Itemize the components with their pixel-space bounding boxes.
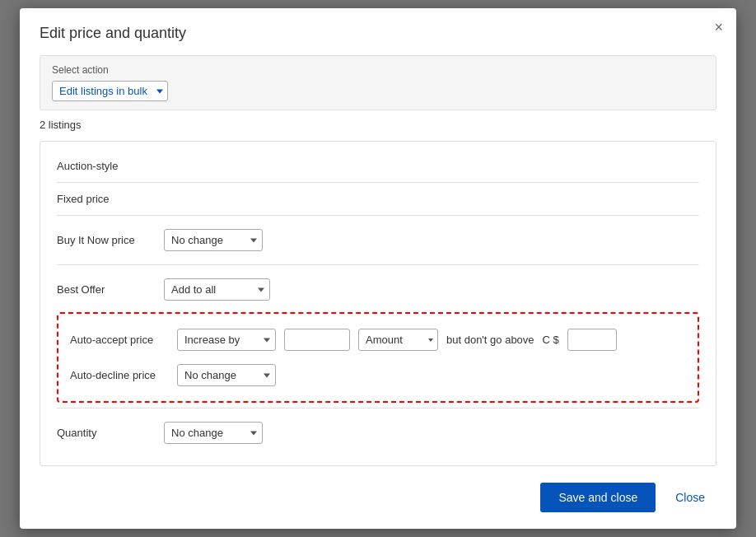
close-button[interactable]: Close — [664, 483, 716, 512]
currency-label: C $ — [543, 334, 559, 346]
quantity-select-wrapper: No change Increase by Decrease by Change… — [164, 422, 263, 444]
auto-decline-select[interactable]: No change Increase by Decrease by Change… — [177, 364, 276, 386]
auto-decline-select-wrapper: No change Increase by Decrease by Change… — [177, 364, 276, 386]
buy-it-now-select-wrapper: No change Increase by Decrease by Change… — [164, 229, 263, 251]
save-and-close-button[interactable]: Save and close — [540, 483, 656, 512]
action-select-wrapper: Edit listings in bulk — [52, 81, 168, 101]
auto-accept-label: Auto-accept price — [70, 334, 169, 346]
divider-2 — [57, 215, 699, 216]
auto-accept-row: Auto-accept price Increase by Decrease b… — [70, 322, 686, 357]
fixed-price-label[interactable]: Fixed price — [57, 188, 699, 210]
modal-title: Edit price and quantity — [40, 25, 716, 42]
best-offer-select[interactable]: No change Add to all Remove from all — [164, 278, 270, 301]
quantity-select[interactable]: No change Increase by Decrease by Change… — [164, 422, 263, 444]
edit-price-quantity-modal: × Edit price and quantity Select action … — [20, 8, 736, 529]
divider-4 — [57, 408, 699, 409]
best-offer-label: Best Offer — [57, 283, 164, 296]
amount-select[interactable]: Amount Percentage — [358, 329, 438, 351]
auto-decline-label: Auto-decline price — [70, 369, 169, 381]
main-content-panel: Auction-style Fixed price Buy It Now pri… — [40, 141, 716, 466]
auto-accept-cap-input[interactable] — [567, 329, 617, 351]
action-select[interactable]: Edit listings in bulk — [52, 81, 168, 101]
dont-go-above-text: but don't go above — [446, 334, 534, 346]
quantity-row: Quantity No change Increase by Decrease … — [57, 413, 699, 452]
modal-footer: Save and close Close — [40, 479, 716, 512]
amount-select-wrapper: Amount Percentage — [358, 329, 438, 351]
select-action-label: Select action — [52, 64, 704, 76]
modal-close-x-button[interactable]: × — [714, 20, 723, 35]
auto-decline-row: Auto-decline price No change Increase by… — [70, 357, 686, 393]
buy-it-now-select[interactable]: No change Increase by Decrease by Change… — [164, 229, 263, 251]
listings-count: 2 listings — [40, 119, 716, 131]
divider-1 — [57, 182, 699, 183]
auto-accept-value-input[interactable] — [284, 329, 350, 351]
auto-accept-change-select[interactable]: Increase by Decrease by Change to No cha… — [177, 329, 276, 351]
auction-style-label[interactable]: Auction-style — [57, 155, 699, 177]
quantity-label: Quantity — [57, 427, 164, 439]
divider-3 — [57, 264, 699, 265]
best-offer-select-wrapper: No change Add to all Remove from all — [164, 278, 270, 301]
auto-accept-change-wrapper: Increase by Decrease by Change to No cha… — [177, 329, 276, 351]
select-action-section: Select action Edit listings in bulk — [40, 55, 716, 110]
auto-accept-decline-box: Auto-accept price Increase by Decrease b… — [57, 312, 699, 403]
buy-it-now-label: Buy It Now price — [57, 234, 164, 246]
buy-it-now-row: Buy It Now price No change Increase by D… — [57, 221, 699, 259]
best-offer-row: Best Offer No change Add to all Remove f… — [57, 270, 699, 309]
